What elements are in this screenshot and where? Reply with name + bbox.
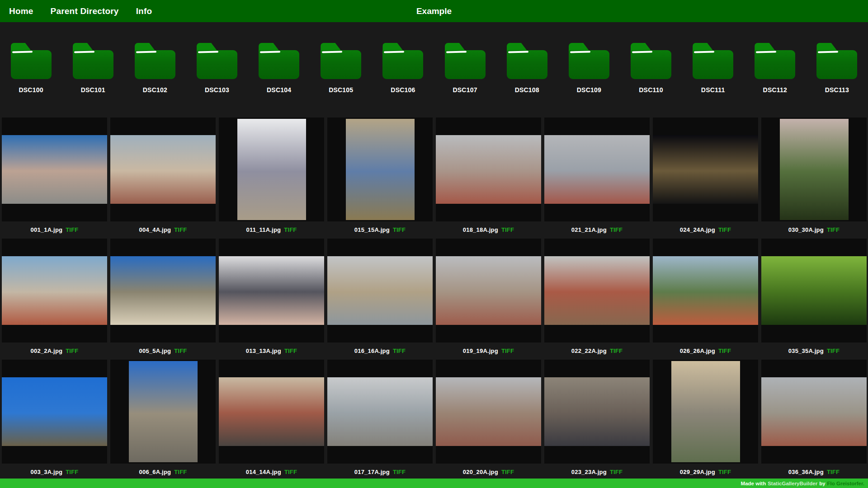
folder-item[interactable]: DSC111 (682, 43, 744, 116)
photo-thumbnail[interactable] (780, 119, 849, 220)
filename-link[interactable]: 030_30A.jpg (788, 226, 824, 233)
tiff-link[interactable]: TIFF (66, 469, 78, 475)
filename-link[interactable]: 024_24A.jpg (680, 226, 715, 233)
folder-item[interactable]: DSC113 (806, 43, 868, 116)
filename-link[interactable]: 035_35A.jpg (788, 347, 824, 354)
photo-thumbnail[interactable] (653, 135, 758, 204)
folder-item[interactable]: DSC104 (248, 43, 310, 116)
filename-link[interactable]: 006_6A.jpg (139, 469, 171, 475)
tiff-link[interactable]: TIFF (501, 226, 514, 233)
thumbnail-link[interactable] (761, 117, 867, 221)
thumbnail-link[interactable] (2, 117, 107, 221)
photo-thumbnail[interactable] (436, 377, 541, 446)
thumbnail-link[interactable] (327, 117, 433, 221)
thumbnail-link[interactable] (544, 239, 650, 343)
tiff-link[interactable]: TIFF (718, 347, 731, 354)
photo-thumbnail[interactable] (219, 256, 324, 325)
filename-link[interactable]: 015_15A.jpg (354, 226, 390, 233)
tiff-link[interactable]: TIFF (501, 469, 514, 475)
photo-thumbnail[interactable] (544, 377, 650, 446)
folder-item[interactable]: DSC100 (0, 43, 62, 116)
filename-link[interactable]: 023_23A.jpg (571, 469, 607, 475)
tiff-link[interactable]: TIFF (501, 347, 514, 354)
filename-link[interactable]: 036_36A.jpg (788, 469, 824, 475)
thumbnail-link[interactable] (653, 239, 758, 343)
thumbnail-link[interactable] (219, 117, 324, 221)
folder-item[interactable]: DSC103 (186, 43, 248, 116)
photo-thumbnail[interactable] (110, 256, 216, 325)
thumbnail-link[interactable] (219, 239, 324, 343)
photo-thumbnail[interactable] (110, 135, 216, 204)
tiff-link[interactable]: TIFF (66, 226, 78, 233)
folder-item[interactable]: DSC110 (620, 43, 682, 116)
folder-item[interactable]: DSC105 (310, 43, 372, 116)
photo-thumbnail[interactable] (653, 256, 758, 325)
thumbnail-link[interactable] (544, 117, 650, 221)
folder-item[interactable]: DSC112 (744, 43, 806, 116)
photo-thumbnail[interactable] (327, 377, 433, 446)
tiff-link[interactable]: TIFF (610, 226, 623, 233)
folder-item[interactable]: DSC102 (124, 43, 186, 116)
photo-thumbnail[interactable] (544, 256, 650, 325)
tiff-link[interactable]: TIFF (66, 347, 78, 354)
photo-thumbnail[interactable] (436, 135, 541, 204)
tiff-link[interactable]: TIFF (610, 347, 623, 354)
tiff-link[interactable]: TIFF (284, 347, 297, 354)
nav-link-home[interactable]: Home (9, 6, 33, 16)
photo-thumbnail[interactable] (219, 377, 324, 446)
filename-link[interactable]: 004_4A.jpg (139, 226, 171, 233)
folder-item[interactable]: DSC109 (558, 43, 620, 116)
tiff-link[interactable]: TIFF (174, 347, 187, 354)
filename-link[interactable]: 019_19A.jpg (463, 347, 498, 354)
filename-link[interactable]: 002_2A.jpg (31, 347, 63, 354)
tiff-link[interactable]: TIFF (827, 226, 840, 233)
thumbnail-link[interactable] (761, 360, 867, 464)
photo-thumbnail[interactable] (2, 256, 107, 325)
tiff-link[interactable]: TIFF (393, 226, 406, 233)
tiff-link[interactable]: TIFF (827, 347, 840, 354)
photo-thumbnail[interactable] (346, 119, 415, 220)
thumbnail-link[interactable] (653, 117, 758, 221)
nav-link-parent-directory[interactable]: Parent Directory (51, 6, 119, 16)
thumbnail-link[interactable] (327, 360, 433, 464)
photo-thumbnail[interactable] (2, 135, 107, 204)
tiff-link[interactable]: TIFF (827, 469, 840, 475)
tiff-link[interactable]: TIFF (718, 226, 731, 233)
thumbnail-link[interactable] (110, 239, 216, 343)
tiff-link[interactable]: TIFF (174, 226, 187, 233)
filename-link[interactable]: 013_13A.jpg (246, 347, 281, 354)
photo-thumbnail[interactable] (237, 119, 306, 220)
photo-thumbnail[interactable] (327, 256, 433, 325)
thumbnail-link[interactable] (436, 117, 541, 221)
thumbnail-link[interactable] (761, 239, 867, 343)
thumbnail-link[interactable] (110, 360, 216, 464)
footer-author-link[interactable]: Flo Greistorfer. (827, 481, 864, 486)
thumbnail-link[interactable] (436, 360, 541, 464)
thumbnail-link[interactable] (2, 360, 107, 464)
filename-link[interactable]: 017_17A.jpg (354, 469, 390, 475)
thumbnail-link[interactable] (110, 117, 216, 221)
filename-link[interactable]: 016_16A.jpg (354, 347, 390, 354)
filename-link[interactable]: 020_20A.jpg (463, 469, 498, 475)
tiff-link[interactable]: TIFF (393, 347, 406, 354)
filename-link[interactable]: 005_5A.jpg (139, 347, 171, 354)
thumbnail-link[interactable] (436, 239, 541, 343)
thumbnail-link[interactable] (2, 239, 107, 343)
footer-builder-link[interactable]: StaticGalleryBuilder (768, 481, 817, 486)
filename-link[interactable]: 011_11A.jpg (246, 226, 281, 233)
filename-link[interactable]: 026_26A.jpg (680, 347, 715, 354)
thumbnail-link[interactable] (219, 360, 324, 464)
filename-link[interactable]: 029_29A.jpg (680, 469, 715, 475)
photo-thumbnail[interactable] (761, 256, 867, 325)
filename-link[interactable]: 021_21A.jpg (571, 226, 607, 233)
filename-link[interactable]: 018_18A.jpg (463, 226, 498, 233)
photo-thumbnail[interactable] (761, 377, 867, 446)
thumbnail-link[interactable] (653, 360, 758, 464)
photo-thumbnail[interactable] (129, 361, 198, 462)
photo-thumbnail[interactable] (544, 135, 650, 204)
filename-link[interactable]: 003_3A.jpg (31, 469, 63, 475)
thumbnail-link[interactable] (327, 239, 433, 343)
photo-thumbnail[interactable] (671, 361, 740, 462)
filename-link[interactable]: 022_22A.jpg (571, 347, 607, 354)
folder-item[interactable]: DSC101 (62, 43, 124, 116)
